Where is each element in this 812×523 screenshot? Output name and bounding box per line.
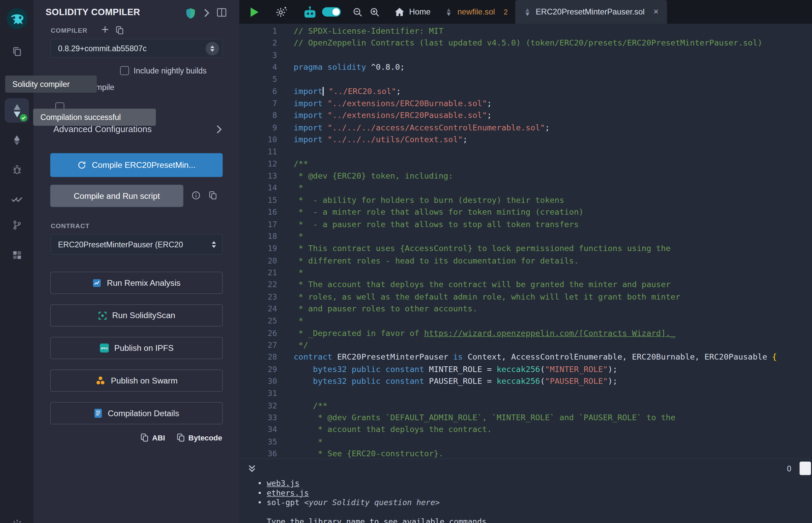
panel-layout-icon[interactable] <box>216 8 227 17</box>
zoom-in-icon[interactable] <box>369 6 380 17</box>
script-config-gear-icon[interactable] <box>275 6 287 18</box>
rail-debugger[interactable] <box>0 157 34 182</box>
rail-solidity-compiler[interactable] <box>5 98 29 123</box>
terminal-expand-icon[interactable] <box>248 464 256 473</box>
tab-newfile-sol[interactable]: newfile.sol2 <box>438 0 515 24</box>
compile-button[interactable]: Compile ERC20PresetMin... <box>50 153 223 177</box>
terminal-bar: 0 <box>239 459 812 477</box>
rail-settings[interactable] <box>0 512 34 523</box>
line-number: 1 <box>239 25 277 37</box>
code-line-2: 2// OpenZeppelin Contracts (last updated… <box>239 37 812 50</box>
terminal-link[interactable]: web3.js <box>267 479 299 488</box>
ai-assistant-robot-icon[interactable] <box>303 5 317 18</box>
compiler-actions: Run Remix AnalysisRun SolidityScanIPFSPu… <box>50 272 223 435</box>
line-number: 4 <box>239 62 277 74</box>
compiler-section-label: COMPILER <box>51 27 87 34</box>
code-line-10: 10import "../../../utils/Context.sol"; <box>239 134 812 146</box>
code-line-11: 11 <box>239 146 812 158</box>
line-number: 18 <box>239 231 277 243</box>
line-number: 26 <box>239 327 277 339</box>
code-text: bytes32 public constant MINTER_ROLE = ke… <box>277 364 617 376</box>
line-number: 8 <box>239 110 277 122</box>
include-nightly-row: Include nightly builds <box>120 66 206 75</box>
add-compiler-icon[interactable] <box>101 25 109 34</box>
tab-modified-badge: 2 <box>504 8 508 16</box>
code-line-17: 17 * - a pauser role that allows to stop… <box>239 219 812 231</box>
code-text: import "../../../utils/Context.sol"; <box>277 134 468 146</box>
bullet: • <box>257 479 267 488</box>
code-line-25: 25 * <box>239 315 812 327</box>
code-line-13: 13 * @dev {ERC20} token, including: <box>239 170 812 182</box>
tooltip-solidity-compiler: Solidity compiler <box>5 75 97 93</box>
terminal-line-ethers-js: • ethers.js <box>257 488 812 498</box>
contract-stepper-icon[interactable] <box>212 241 216 248</box>
line-number: 29 <box>239 364 277 376</box>
tab-home[interactable]: Home <box>387 0 438 24</box>
rail-git[interactable] <box>0 213 34 237</box>
code-text: * <box>277 231 303 243</box>
line-number: 6 <box>239 86 277 98</box>
publish-on-ipfs-button[interactable]: IPFSPublish on IPFS <box>50 337 223 359</box>
line-number: 19 <box>239 243 277 255</box>
code-text: contract ERC20PresetMinterPauser is Cont… <box>277 351 777 364</box>
rail-file-explorer[interactable] <box>0 39 34 64</box>
code-text: * <box>277 267 303 279</box>
tab-erc20presetminterpauser-sol[interactable]: ERC20PresetMinterPauser.sol× <box>515 0 667 24</box>
run-remix-analysis-button[interactable]: Run Remix Analysis <box>50 272 223 294</box>
files-icon <box>11 46 22 57</box>
code-text: * @dev Grants `DEFAULT_ADMIN_ROLE`, `MIN… <box>277 412 675 424</box>
run-script-play-button[interactable] <box>249 6 259 17</box>
code-text: import "../extensions/ERC20Burnable.sol"… <box>277 98 492 110</box>
terminal-listen-count: 0 <box>787 464 791 473</box>
terminal-search-input[interactable] <box>799 462 811 475</box>
run-solidityscan-button[interactable]: Run SolidityScan <box>50 304 223 327</box>
chevron-right-icon[interactable] <box>204 8 210 18</box>
double-check-icon <box>11 195 22 203</box>
bytecode-copy-button[interactable]: Bytecode <box>176 433 222 442</box>
code-link[interactable]: https://wizard.openzeppelin.com/[Contrac… <box>424 328 675 338</box>
info-icon[interactable] <box>192 191 200 200</box>
code-text: * _Deprecated in favor of https://wizard… <box>277 327 675 339</box>
copy-script-icon[interactable] <box>209 191 217 200</box>
terminal-link[interactable]: ethers.js <box>267 488 309 498</box>
button-label: Publish on IPFS <box>114 343 174 353</box>
rail-static-analysis[interactable] <box>0 187 34 211</box>
line-number: 36 <box>239 448 277 458</box>
line-number: 5 <box>239 74 277 86</box>
code-line-20: 20 * different roles - head to its docum… <box>239 255 812 267</box>
include-nightly-checkbox[interactable] <box>120 66 129 75</box>
contract-select[interactable]: ERC20PresetMinterPauser (ERC20 <box>50 234 223 254</box>
code-line-12: 12/** <box>239 158 812 170</box>
rail-plugin-manager[interactable] <box>0 242 34 267</box>
bug-icon <box>12 164 22 175</box>
code-text: * <box>277 182 303 195</box>
line-number: 9 <box>239 122 277 134</box>
ai-assistant-toggle[interactable] <box>322 7 340 17</box>
button-label: Compilation Details <box>108 409 179 418</box>
code-text: */ <box>277 339 308 351</box>
version-stepper-icon[interactable] <box>206 42 219 55</box>
code-line-31: 31 <box>239 388 812 400</box>
line-number: 30 <box>239 376 277 388</box>
code-text: * <box>277 436 323 448</box>
advanced-config-chevron-icon[interactable] <box>216 125 222 134</box>
code-text <box>277 388 294 400</box>
terminal-line: • sol-gpt <your Solidity question here> <box>257 498 812 508</box>
button-label: Publish on Swarm <box>111 376 178 385</box>
line-number: 20 <box>239 255 277 267</box>
code-line-34: 34 * account that deploys the contract. <box>239 424 812 436</box>
code-text: import "../../../access/AccessControlEnu… <box>277 122 550 134</box>
code-text: bytes32 public constant PAUSER_ROLE = ke… <box>277 376 617 388</box>
compile-and-run-label: Compile and Run script <box>74 191 160 200</box>
publish-on-swarm-button[interactable]: Publish on Swarm <box>50 369 223 392</box>
compile-and-run-button[interactable]: Compile and Run script <box>50 185 183 207</box>
compilation-details-button[interactable]: Compilation Details <box>50 402 223 424</box>
rail-deploy-run[interactable] <box>0 128 34 152</box>
compiler-version-select[interactable]: 0.8.29+commit.ab55807c <box>50 39 223 58</box>
code-editor[interactable]: 1// SPDX-License-Identifier: MIT2// Open… <box>239 24 812 458</box>
close-icon[interactable]: × <box>654 7 658 17</box>
copy-compiler-icon[interactable] <box>115 26 124 35</box>
abi-copy-button[interactable]: ABI <box>140 433 165 442</box>
code-text: * - a minter role that allows for token … <box>277 206 584 219</box>
zoom-out-icon[interactable] <box>352 6 363 17</box>
